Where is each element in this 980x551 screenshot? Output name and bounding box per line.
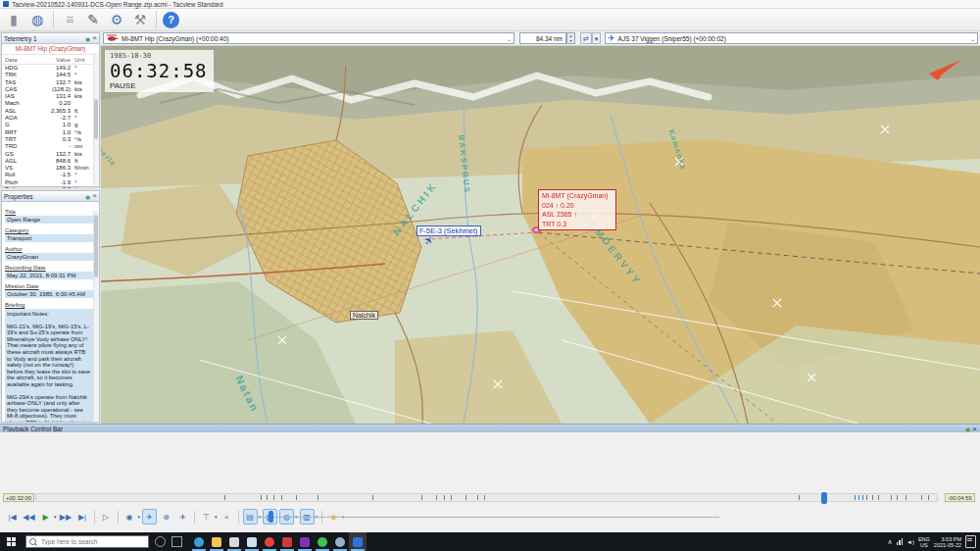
briefing-paragraph: Important Notes: — [7, 311, 91, 318]
swap-objects-button[interactable]: ⇄ — [580, 32, 592, 44]
taskbar-app-messaging-app[interactable] — [314, 532, 331, 551]
property-label: Author — [5, 246, 93, 252]
telemetry-row: TAS132.7kts — [2, 79, 99, 86]
timeline-tick — [891, 495, 892, 500]
map-place-label: Kuberle — [101, 136, 119, 169]
flight-log-icon[interactable]: ≡ — [60, 11, 79, 29]
telemetry-row: GS132.7kts — [2, 151, 99, 158]
rewind-button[interactable]: ◀◀ — [22, 509, 36, 525]
timeline[interactable] — [35, 493, 938, 502]
window-title: Tacview-20210522-140931-DCS-Open Range.z… — [12, 1, 223, 8]
airplane-icon: ✈ — [608, 34, 615, 42]
taskbar-app-file-explorer[interactable] — [208, 532, 225, 551]
toolbar-separator — [118, 511, 119, 524]
map-view[interactable]: NALCHIKBAKSPRUSGEMDERVYYNatanKuberleKame… — [101, 46, 980, 424]
taskbar-app-edge[interactable] — [190, 532, 208, 551]
distance-spinner[interactable]: ▴▾ — [566, 32, 575, 44]
playback-panel-header: Playback Control Bar ◉ × — [0, 424, 980, 432]
map-place-label: BAKSPRUS — [457, 134, 471, 195]
property-value[interactable]: CrazyGman — [5, 253, 93, 261]
advanced-tools-icon[interactable]: ⚒ — [130, 11, 150, 29]
property-value[interactable]: Open Range — [5, 216, 93, 224]
volume-icon[interactable]: ◄) — [906, 539, 914, 545]
clock-tray[interactable]: 3:03 PM2021-05-22 — [934, 536, 961, 548]
pin-icon[interactable]: ◉ — [85, 193, 90, 200]
column-value: Value — [34, 57, 71, 63]
telemetry-row: ASL2,365.3ft — [2, 108, 99, 115]
task-view-button[interactable] — [172, 536, 182, 547]
taskbar-app-streaming-app[interactable] — [278, 532, 296, 551]
aircraft-view-button[interactable]: ✈ — [175, 509, 190, 525]
swap-options-dropdown[interactable]: ▾ — [592, 32, 601, 44]
property-value[interactable]: May 22, 2021, 8:09:31 PM — [5, 272, 93, 279]
distance-field[interactable]: 84.34 nm — [519, 32, 566, 44]
taskbar-app-mail[interactable] — [243, 532, 261, 551]
labels-options-button[interactable]: ⊤ — [199, 509, 214, 525]
taskbar-app-tacview[interactable] — [349, 532, 367, 551]
notification-center-icon[interactable] — [965, 535, 976, 548]
object-selection-bar: Mi-8MT Hip (CrazyGman) (+00:00:40) ⌄ 84.… — [101, 31, 980, 46]
taskbar-app-chrome[interactable] — [261, 532, 278, 551]
labels-options-dropdown[interactable]: ▾ — [215, 514, 218, 520]
map-place-label: Kamenka — [666, 128, 688, 171]
property-value[interactable]: October 30, 1985, 6:00:45 AM — [5, 290, 93, 298]
pin-icon[interactable]: ◉ — [965, 426, 970, 432]
mail-icon — [247, 537, 257, 547]
toolbar-separator — [194, 511, 195, 524]
heli-label-line: 024 ↑ 0.20 — [542, 201, 612, 211]
start-button[interactable] — [0, 532, 22, 551]
language-indicator[interactable]: ENGUS — [918, 536, 930, 548]
measure-tool-button[interactable]: × — [220, 509, 234, 525]
briefing-label: Briefing — [5, 302, 93, 308]
cortana-button[interactable] — [155, 536, 166, 547]
secondary-object-combo[interactable]: ✈ AJS 37 Viggen (Sniper55) (+00:00:02) ⌄ — [605, 32, 978, 44]
taskbar-app-purple-app[interactable] — [296, 532, 314, 551]
play-button[interactable]: ▶ — [38, 509, 53, 525]
settings-gear-icon[interactable]: ⚙ — [107, 11, 126, 29]
chevron-down-icon[interactable]: ⌄ — [970, 35, 975, 42]
fighter-camera-button[interactable]: ✈ — [142, 509, 157, 525]
timeline-tick — [466, 495, 466, 500]
camera-view-button[interactable]: ◉ — [122, 509, 137, 525]
primary-object-combo[interactable]: Mi-8MT Hip (CrazyGman) (+00:00:40) ⌄ — [103, 32, 514, 44]
open-device-icon[interactable]: ▮ — [4, 11, 24, 29]
pin-icon[interactable]: ◉ — [85, 35, 90, 42]
skip-to-end-button[interactable]: ▶| — [75, 509, 90, 525]
speed-slider-track[interactable] — [257, 517, 719, 518]
hidden-icons-button[interactable]: ∧ — [887, 538, 892, 546]
speed-slider-handle[interactable] — [269, 511, 273, 523]
timeline-playhead[interactable] — [821, 492, 827, 504]
timeline-tick — [872, 495, 873, 500]
timeline-tick — [928, 495, 929, 500]
online-flights-globe-icon[interactable]: ◍ — [27, 11, 47, 29]
skip-to-start-button[interactable]: |◀ — [5, 509, 20, 525]
network-icon[interactable] — [897, 538, 904, 545]
help-icon[interactable]: ? — [163, 12, 179, 28]
helicopter-icon — [106, 34, 119, 42]
play-dropdown[interactable]: ▾ — [54, 514, 57, 520]
telemetry-row: Roll-1.5° — [2, 172, 99, 178]
time-elapsed-label: +00:32:00 — [3, 493, 34, 502]
properties-scrollbar[interactable] — [93, 211, 99, 421]
windows-logo-icon — [7, 537, 16, 546]
secondary-object-label: AJS 37 Viggen (Sniper55) (+00:00:02) — [618, 35, 726, 42]
close-icon[interactable]: × — [92, 193, 97, 199]
map-pane: Mi-8MT Hip (CrazyGman) (+00:00:40) ⌄ 84.… — [101, 31, 980, 424]
close-icon[interactable]: × — [92, 35, 97, 41]
property-value[interactable]: Transport — [5, 234, 93, 242]
fast-forward-button[interactable]: ▶▶ — [59, 509, 74, 525]
taskbar-app-sync-app[interactable] — [331, 532, 349, 551]
map-layers-button[interactable]: ▤ — [243, 509, 258, 525]
taskbar-search[interactable] — [25, 535, 149, 548]
telemetry-scrollbar[interactable] — [93, 53, 99, 185]
debriefing-notes-icon[interactable]: ✎ — [83, 11, 103, 29]
chevron-down-icon[interactable]: ⌄ — [507, 35, 512, 42]
step-forward-button[interactable]: ▷ — [99, 509, 114, 525]
helicopter-map-label[interactable]: Mi-8MT (CrazyGman)024 ↑ 0.20ASL 2365 ↑TR… — [538, 189, 616, 230]
globe-view-button[interactable]: ⊕ — [159, 509, 173, 525]
taskbar-app-store[interactable] — [225, 532, 243, 551]
map-place-labels: NALCHIKBAKSPRUSGEMDERVYYNatanKuberleKame… — [101, 46, 980, 424]
column-data: Data — [2, 57, 34, 63]
camera-view-dropdown[interactable]: ▾ — [138, 514, 141, 520]
search-input[interactable] — [39, 537, 141, 546]
